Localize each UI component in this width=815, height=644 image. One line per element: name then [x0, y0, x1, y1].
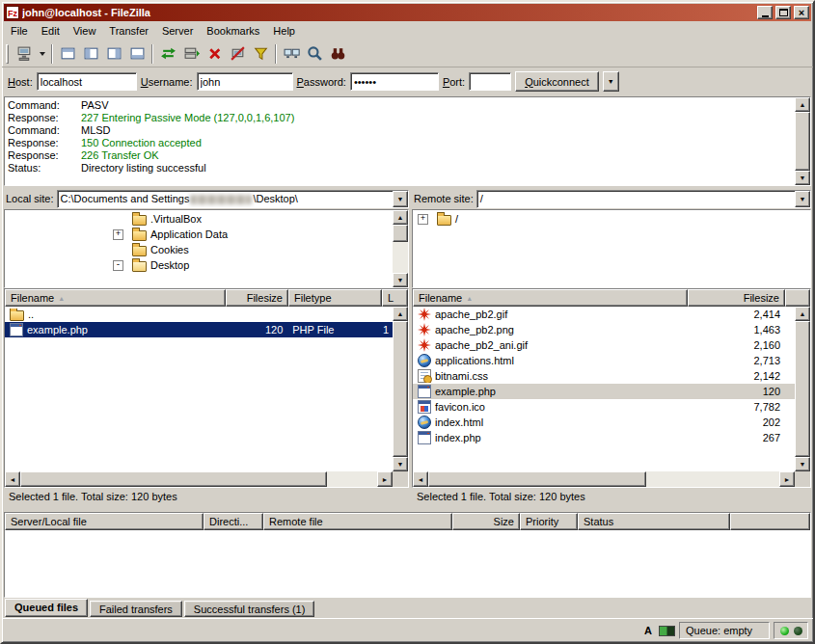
scroll-up-icon[interactable]: ▲: [393, 210, 408, 225]
site-manager-button[interactable]: [13, 42, 36, 66]
username-input[interactable]: [197, 72, 293, 91]
remote-site-combobox[interactable]: / ▼: [476, 190, 811, 208]
tree-expander[interactable]: +: [113, 229, 123, 240]
file-row[interactable]: applications.html2,713: [413, 353, 795, 368]
menu-edit[interactable]: Edit: [35, 22, 67, 40]
scroll-right-icon[interactable]: ►: [779, 471, 795, 487]
scroll-up-icon[interactable]: ▲: [795, 97, 810, 112]
host-label: Host:: [8, 76, 33, 88]
toggle-queue-button[interactable]: [125, 42, 149, 66]
tree-item[interactable]: -Desktop: [5, 257, 393, 273]
scroll-down-icon[interactable]: ▼: [795, 457, 810, 471]
scroll-right-icon[interactable]: ►: [377, 471, 393, 487]
filezilla-app-icon: Fz: [6, 6, 19, 19]
menu-view[interactable]: View: [67, 22, 103, 40]
quickconnect-dropdown-button[interactable]: ▼: [603, 71, 619, 92]
scroll-down-icon[interactable]: ▼: [393, 273, 408, 287]
menu-transfer[interactable]: Transfer: [102, 22, 155, 40]
column-header-status[interactable]: Status: [578, 513, 730, 530]
tab-queued-files[interactable]: Queued files: [5, 599, 88, 617]
log-text: MLSD: [81, 124, 111, 136]
column-header-filename[interactable]: Filename▲: [413, 289, 688, 307]
process-queue-button[interactable]: [179, 42, 203, 66]
menu-server[interactable]: Server: [155, 22, 200, 40]
disconnect-button[interactable]: [226, 42, 249, 66]
site-manager-dropdown-button[interactable]: [36, 42, 48, 66]
tab-successful-transfers[interactable]: Successful transfers (1): [184, 601, 315, 617]
directory-comparison-button[interactable]: [280, 42, 303, 66]
tab-failed-transfers[interactable]: Failed transfers: [90, 601, 182, 617]
scroll-left-icon[interactable]: ◄: [5, 471, 20, 487]
column-header-remote-file[interactable]: Remote file: [263, 513, 452, 530]
file-row-selected[interactable]: example.php 120 PHP File 1: [5, 322, 393, 337]
menu-help[interactable]: Help: [266, 22, 302, 40]
synchronized-browsing-button[interactable]: [303, 42, 326, 66]
column-header-filesize[interactable]: Filesize: [226, 289, 288, 307]
column-header-direction[interactable]: Directi...: [204, 513, 263, 530]
file-row-selected-inactive[interactable]: example.php120: [413, 384, 795, 399]
maximize-button[interactable]: [775, 6, 791, 19]
log-type-label: Response:: [8, 137, 81, 149]
column-header-priority[interactable]: Priority: [520, 513, 578, 530]
port-input[interactable]: [469, 72, 511, 91]
local-list-hscrollbar[interactable]: ◄ ►: [5, 471, 408, 487]
scroll-down-icon[interactable]: ▼: [795, 171, 810, 185]
remote-site-dropdown-button[interactable]: ▼: [795, 191, 810, 207]
tree-item[interactable]: .VirtualBox: [5, 211, 393, 227]
log-text: Directory listing successful: [81, 162, 206, 174]
file-row[interactable]: favicon.ico7,782: [413, 399, 795, 415]
tree-item[interactable]: Cookies: [5, 242, 393, 257]
toggle-local-tree-button[interactable]: [79, 42, 102, 66]
local-list-vscrollbar[interactable]: ▲ ▼: [393, 307, 408, 471]
file-row[interactable]: ..: [5, 307, 393, 322]
column-header-filetype[interactable]: Filetype: [288, 289, 382, 307]
remote-list-hscrollbar[interactable]: ◄ ►: [413, 471, 810, 487]
close-button[interactable]: ×: [794, 6, 809, 19]
image-file-icon: [418, 338, 431, 352]
transfer-type-ascii-icon[interactable]: A: [641, 624, 655, 637]
file-row[interactable]: apache_pb2.png1,463: [413, 322, 795, 337]
log-type-label: Command:: [8, 99, 81, 112]
scroll-left-icon[interactable]: ◄: [413, 471, 428, 487]
toggle-remote-tree-button[interactable]: [102, 42, 125, 66]
remote-list-vscrollbar[interactable]: ▲ ▼: [795, 307, 810, 471]
log-scrollbar[interactable]: ▲ ▼: [795, 97, 810, 185]
refresh-button[interactable]: [156, 42, 179, 66]
minimize-button[interactable]: [757, 6, 773, 19]
cancel-transfer-button[interactable]: [203, 42, 226, 66]
filter-button[interactable]: [249, 42, 272, 66]
titlebar[interactable]: Fz john@localhost - FileZilla ×: [4, 4, 811, 21]
menu-file[interactable]: File: [4, 22, 35, 40]
file-row[interactable]: index.php267: [413, 430, 795, 445]
column-header-server-local-file[interactable]: Server/Local file: [5, 513, 204, 530]
local-site-combobox[interactable]: C:\Documents and Settings\Desktop\ ▼: [57, 190, 409, 208]
file-row[interactable]: apache_pb2.gif2,414: [413, 307, 795, 322]
local-tree-scrollbar[interactable]: ▲ ▼: [393, 210, 408, 287]
file-row[interactable]: bitnami.css2,142: [413, 368, 795, 384]
column-header-size[interactable]: Size: [452, 513, 520, 530]
local-site-dropdown-button[interactable]: ▼: [393, 191, 408, 207]
sort-ascending-icon: ▲: [466, 295, 473, 302]
image-file-icon: [418, 323, 431, 336]
toolbar-grip[interactable]: [6, 44, 9, 64]
column-header-filesize[interactable]: Filesize: [688, 289, 785, 307]
find-files-button[interactable]: [326, 42, 349, 66]
tree-item[interactable]: +/: [413, 211, 810, 227]
file-row[interactable]: apache_pb2_ani.gif2,160: [413, 337, 795, 353]
tree-item[interactable]: +Application Data: [5, 227, 393, 242]
password-input[interactable]: [350, 72, 439, 91]
tree-expander[interactable]: -: [113, 260, 123, 271]
tree-expander[interactable]: +: [418, 214, 428, 225]
menu-bookmarks[interactable]: Bookmarks: [200, 22, 266, 40]
column-header-filename[interactable]: Filename▲: [5, 289, 226, 307]
host-input[interactable]: [37, 72, 137, 91]
column-header-lastmodified[interactable]: L: [382, 289, 408, 307]
log-type-label: Status:: [8, 162, 81, 174]
quickconnect-button[interactable]: Quickconnect: [515, 71, 599, 92]
file-row[interactable]: index.html202: [413, 415, 795, 430]
scroll-up-icon[interactable]: ▲: [795, 307, 810, 321]
scroll-up-icon[interactable]: ▲: [393, 307, 408, 321]
process-queue-icon: [183, 45, 200, 62]
toggle-message-log-button[interactable]: [56, 42, 79, 66]
scroll-down-icon[interactable]: ▼: [393, 457, 408, 471]
